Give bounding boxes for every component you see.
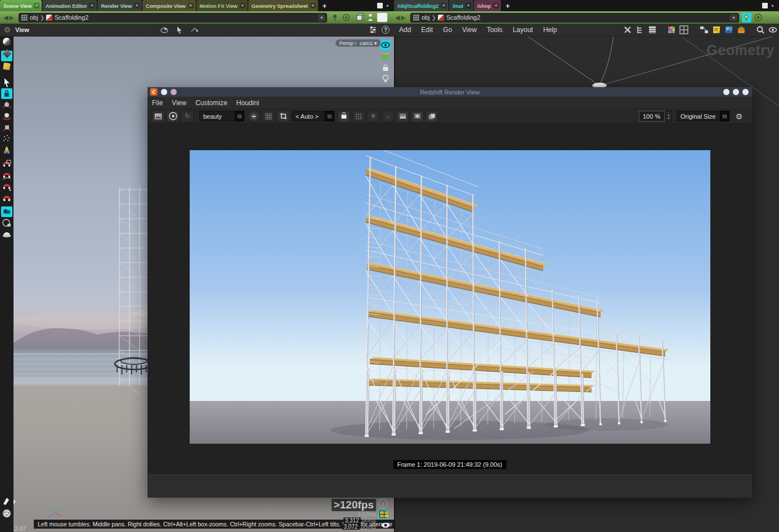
gallery-icon[interactable] xyxy=(737,25,746,34)
cube-icon[interactable] xyxy=(355,13,364,22)
bucket-menu-button[interactable] xyxy=(325,111,334,121)
close-icon[interactable]: × xyxy=(441,3,446,8)
freeze-button[interactable]: ❄ xyxy=(367,111,379,122)
eye-icon[interactable] xyxy=(768,25,777,34)
path-root[interactable]: obj xyxy=(422,14,430,21)
tools-icon[interactable] xyxy=(623,25,632,34)
snapshot-button[interactable] xyxy=(152,111,164,122)
zoom-level-field[interactable]: 100 % xyxy=(639,111,665,121)
close-icon[interactable]: × xyxy=(465,3,471,8)
tab-motion-fx-view[interactable]: Motion FX View× xyxy=(196,0,248,11)
viewport-layout-button[interactable] xyxy=(377,13,387,22)
window-button[interactable] xyxy=(161,89,167,95)
notes-icon[interactable] xyxy=(712,25,721,34)
forward-arrow-icon[interactable]: ▶ xyxy=(9,14,14,21)
handles-icon[interactable] xyxy=(1,496,12,508)
path-dropdown-icon[interactable]: ▼ xyxy=(318,14,325,21)
tumble-tool-icon[interactable] xyxy=(160,26,169,34)
menu-houdini[interactable]: Houdini xyxy=(236,99,259,107)
close-icon[interactable]: × xyxy=(188,3,194,8)
new-tab-button[interactable]: + xyxy=(319,2,331,10)
tab-mat[interactable]: /mat× xyxy=(449,0,474,11)
snapshot-a-button[interactable] xyxy=(396,111,409,122)
render-restart-button[interactable]: ↻ xyxy=(181,111,194,122)
snap-magnet-icon[interactable] xyxy=(1,192,12,203)
tree-view-icon[interactable] xyxy=(635,25,644,34)
search-icon[interactable] xyxy=(756,25,765,34)
path-node[interactable]: Scaffolding2 xyxy=(55,14,88,21)
menu-add[interactable]: Add xyxy=(399,26,411,34)
menu-edit[interactable]: Edit xyxy=(421,26,433,34)
snap-box-magnet-icon[interactable] xyxy=(1,159,12,169)
render-pass-select[interactable]: beauty xyxy=(199,111,234,121)
tab-geometry-spreadsheet[interactable]: Geometry Spreadsheet× xyxy=(248,0,319,11)
close-icon[interactable]: × xyxy=(493,3,499,8)
pose-icon[interactable] xyxy=(1,145,12,155)
close-icon[interactable]: × xyxy=(310,3,316,8)
info-icon[interactable]: i xyxy=(378,499,388,508)
tab-render-view[interactable]: Render View× xyxy=(97,0,142,11)
path-root[interactable]: obj xyxy=(30,14,38,21)
bucket-order-select[interactable]: < Auto > xyxy=(292,111,324,121)
quad-view-button[interactable] xyxy=(378,510,388,519)
copy-button[interactable] xyxy=(426,111,438,122)
pin-icon[interactable] xyxy=(330,13,339,22)
ufo-dome-icon[interactable] xyxy=(1,229,12,240)
display-size-select[interactable]: Original Size xyxy=(677,111,719,121)
pane-menu-icon[interactable]: ▼ xyxy=(771,4,774,8)
tab-animation-editor[interactable]: Animation Editor× xyxy=(42,0,97,11)
close-icon[interactable]: × xyxy=(240,3,245,8)
pane-menu-icon[interactable]: ▼ xyxy=(386,4,390,8)
lock-button[interactable] xyxy=(338,111,350,122)
snap-icon[interactable] xyxy=(14,497,19,510)
radial-menu-icon[interactable] xyxy=(754,13,763,22)
menu-layout[interactable]: Layout xyxy=(513,26,533,34)
lock-camera-button[interactable] xyxy=(380,62,391,73)
back-arrow-icon[interactable]: ◀ xyxy=(395,14,400,21)
close-icon[interactable]: × xyxy=(89,3,95,8)
crop-button[interactable] xyxy=(277,111,289,122)
pass-menu-button[interactable] xyxy=(235,111,244,121)
tab-scene-view[interactable]: Scene View× xyxy=(0,0,42,11)
menu-customize[interactable]: Customize xyxy=(195,99,227,107)
window-maximize-button[interactable] xyxy=(733,89,739,95)
render-start-button[interactable] xyxy=(167,111,179,122)
camera-badge[interactable]: cam1 ▾ xyxy=(356,39,381,47)
lighting-button[interactable] xyxy=(380,74,391,84)
rotate-icon[interactable] xyxy=(1,111,12,121)
region-button[interactable]: ○ xyxy=(382,111,394,122)
forward-arrow-icon[interactable]: ▶ xyxy=(401,14,405,21)
snap-point-magnet-icon[interactable] xyxy=(1,181,12,192)
scale-icon[interactable] xyxy=(1,122,12,133)
box-icon[interactable] xyxy=(1,63,12,74)
snap-gem-icon[interactable] xyxy=(1,51,12,61)
pin-active-button[interactable] xyxy=(742,13,751,22)
menu-view[interactable]: View xyxy=(462,26,477,34)
redshift-render-view-window[interactable]: Redshift Render View File View Customize… xyxy=(147,87,752,498)
zoom-stepper[interactable]: ▲▼ xyxy=(665,111,672,121)
menu-help[interactable]: Help xyxy=(543,26,557,34)
menu-tools[interactable]: Tools xyxy=(487,26,503,34)
camera-view-button[interactable] xyxy=(380,51,391,61)
window-close-button[interactable] xyxy=(742,89,749,95)
close-icon[interactable]: × xyxy=(134,3,140,8)
color-palette-icon[interactable] xyxy=(667,25,676,34)
select-arrow-icon[interactable] xyxy=(1,77,12,88)
shade-sphere-icon[interactable] xyxy=(1,38,12,48)
character-icon[interactable] xyxy=(366,13,375,22)
select-tool-icon[interactable] xyxy=(175,26,185,34)
move-view-icon[interactable] xyxy=(190,26,200,34)
window-title-bar[interactable]: Redshift Render View xyxy=(147,87,752,97)
translate-icon[interactable] xyxy=(1,100,12,110)
globe-icon[interactable] xyxy=(1,508,12,521)
tab-obj-scaffolding2[interactable]: /obj/Scaffolding2× xyxy=(394,0,449,11)
tab-composite-view[interactable]: Composite View× xyxy=(142,0,196,11)
snapshot-b-button[interactable] xyxy=(411,111,423,122)
bucket-grid-button[interactable] xyxy=(352,111,365,122)
help-icon[interactable]: ? xyxy=(382,26,390,34)
view-eye-button[interactable] xyxy=(380,40,391,50)
pane-maximize-icon[interactable] xyxy=(377,3,383,8)
menu-go[interactable]: Go xyxy=(443,26,452,34)
multi-objects-icon[interactable] xyxy=(1,206,12,217)
list-view-icon[interactable] xyxy=(648,25,657,34)
